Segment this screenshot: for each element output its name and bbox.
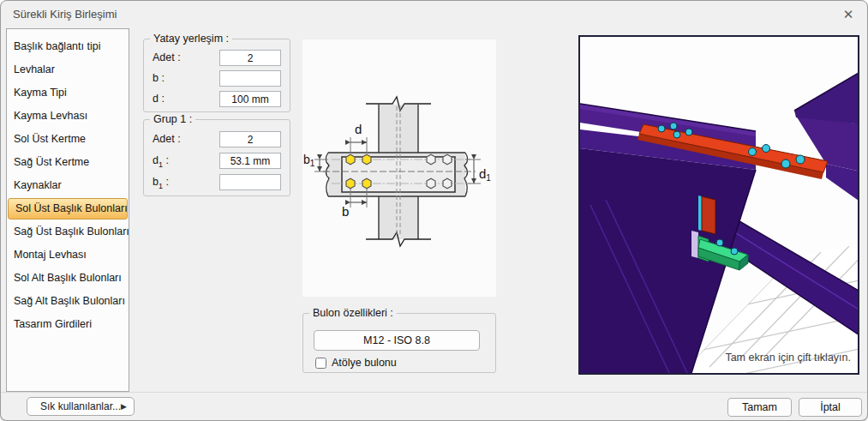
close-icon[interactable]: ✕ xyxy=(840,6,857,23)
sidebar-item-sag-ust-kertme[interactable]: Sağ Üst Kertme xyxy=(7,151,129,174)
sidebar: Başlık bağlantı tipi Levhalar Kayma Tipi… xyxy=(6,28,129,392)
b-input[interactable] xyxy=(219,70,281,87)
adet-label: Adet : xyxy=(153,51,181,63)
sidebar-item-levhalar[interactable]: Levhalar xyxy=(7,58,129,81)
sidebar-item-kaynaklar[interactable]: Kaynaklar xyxy=(7,174,129,197)
sidebar-item-sol-ust-baslik-bulonlari[interactable]: Sol Üst Başlık Bulonları xyxy=(8,198,128,220)
sidebar-item-montaj-levhasi[interactable]: Montaj Levhası xyxy=(7,244,129,267)
favorites-button-label: Sık kullanılanlar... xyxy=(40,400,121,412)
grup1-adet-label: Adet : xyxy=(153,133,181,147)
atolye-bulonu-checkbox[interactable] xyxy=(315,358,326,369)
ok-button[interactable]: Tamam xyxy=(727,398,792,417)
sidebar-item-sag-alt-baslik-bulonlari[interactable]: Sağ Alt Başlık Bulonları xyxy=(7,290,129,313)
bolt-layout-diagram: d b b1 d1 xyxy=(302,39,496,297)
grup1-d1-input[interactable] xyxy=(219,153,281,169)
dialog-surekli-kiris-birlesimi: Sürekli Kiriş Birleşimi ✕ Başlık bağlant… xyxy=(0,0,868,421)
group-bulon-ozellikleri: Bulon özellikleri : M12 - ISO 8.8 Atölye… xyxy=(302,313,496,373)
group-bulon-title: Bulon özellikleri : xyxy=(309,307,397,319)
dim-b-label: b xyxy=(342,204,349,219)
grup1-b1-label: b1 : xyxy=(153,176,169,190)
favorites-button[interactable]: Sık kullanılanlar... ▶ xyxy=(27,397,135,416)
group-grup1-title: Grup 1 : xyxy=(150,113,195,125)
group-grup1: Grup 1 : Adet : d1 : b1 : xyxy=(143,119,290,196)
dim-d-label: d xyxy=(355,122,362,136)
sidebar-item-kayma-levhasi[interactable]: Kayma Levhası xyxy=(7,105,129,128)
sidebar-item-sag-ust-baslik-bulonlari[interactable]: Sağ Üst Başlık Bulonları xyxy=(7,220,129,244)
sidebar-item-sol-alt-baslik-bulonlari[interactable]: Sol Alt Başlık Bulonları xyxy=(7,267,129,290)
d-label: d : xyxy=(153,93,165,105)
grup1-d1-label: d1 : xyxy=(153,154,169,169)
dim-d1-label: d1 xyxy=(479,166,491,183)
adet-input[interactable] xyxy=(219,50,281,66)
group-yatay-yerlesim: Yatay yerleşim : Adet : b : d : xyxy=(143,39,290,112)
footer-divider xyxy=(1,392,867,393)
dim-b1-label: b1 xyxy=(303,153,315,168)
sidebar-item-kayma-tipi[interactable]: Kayma Tipi xyxy=(7,81,129,105)
atolye-bulonu-label: Atölye bulonu xyxy=(332,357,397,369)
d-input[interactable] xyxy=(219,91,281,107)
grup1-adet-input[interactable] xyxy=(219,131,281,147)
dialog-title: Sürekli Kiriş Birleşimi xyxy=(13,8,117,21)
3d-viewport[interactable]: Tam ekran için çift tıklayın. xyxy=(578,35,859,375)
fullscreen-hint-text: Tam ekran için çift tıklayın. xyxy=(725,352,851,364)
grup1-b1-input[interactable] xyxy=(219,174,281,190)
bolt-spec-button[interactable]: M12 - ISO 8.8 xyxy=(314,330,480,351)
chevron-right-icon: ▶ xyxy=(121,398,127,415)
sidebar-item-tasarim-girdileri[interactable]: Tasarım Girdileri xyxy=(7,313,129,336)
group-yatay-title: Yatay yerleşim : xyxy=(150,33,232,45)
titlebar: Sürekli Kiriş Birleşimi ✕ xyxy=(1,1,867,27)
cancel-button[interactable]: İptal xyxy=(799,398,862,417)
sidebar-item-sol-ust-kertme[interactable]: Sol Üst Kertme xyxy=(7,128,129,151)
b-label: b : xyxy=(153,72,165,84)
sidebar-item-baslik-baglanti-tipi[interactable]: Başlık bağlantı tipi xyxy=(7,35,129,58)
